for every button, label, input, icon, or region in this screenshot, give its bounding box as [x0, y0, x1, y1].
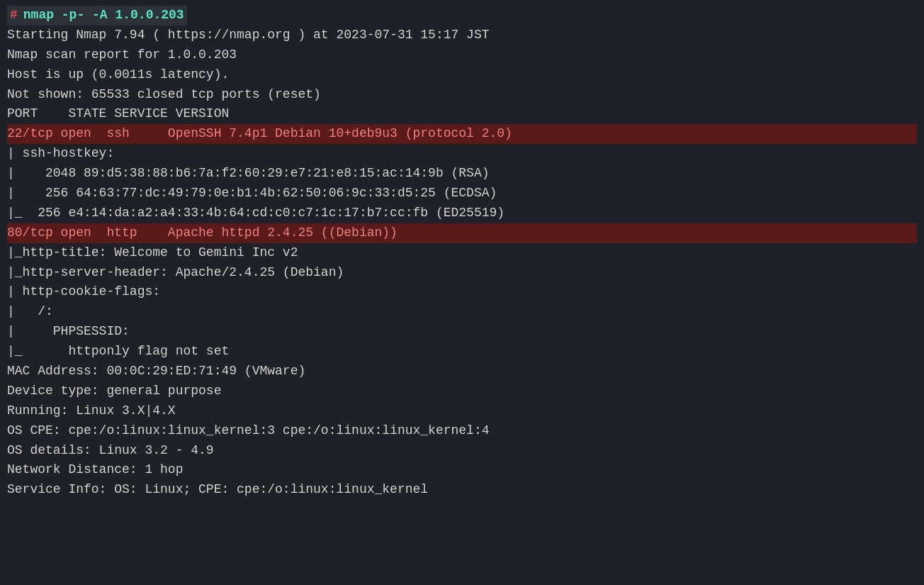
terminal-line-11: |_http-title: Welcome to Gemini Inc v2	[7, 243, 917, 263]
terminal-line-8: | 256 64:63:77:dc:49:79:0e:b1:4b:62:50:0…	[7, 184, 917, 204]
terminal-line-7: | 2048 89:d5:38:88:b6:7a:f2:60:29:e7:21:…	[7, 164, 917, 184]
terminal-line-16: |_ httponly flag not set	[7, 342, 917, 362]
terminal-line-0: Starting Nmap 7.94 ( https://nmap.org ) …	[7, 26, 917, 45]
terminal-line-19: Running: Linux 3.X|4.X	[7, 401, 917, 421]
terminal-line-6: | ssh-hostkey:	[7, 144, 917, 164]
terminal-line-2: Host is up (0.0011s latency).	[7, 65, 917, 85]
terminal-line-9: |_ 256 e4:14:da:a2:a4:33:4b:64:cd:c0:c7:…	[7, 204, 917, 223]
terminal: # nmap -p- -A 1.0.0.203 Starting Nmap 7.…	[7, 6, 917, 579]
terminal-line-20: OS CPE: cpe:/o:linux:linux_kernel:3 cpe:…	[7, 421, 917, 441]
terminal-line-3: Not shown: 65533 closed tcp ports (reset…	[7, 85, 917, 105]
terminal-line-21: OS details: Linux 3.2 - 4.9	[7, 441, 917, 461]
terminal-line-12: |_http-server-header: Apache/2.4.25 (Deb…	[7, 263, 917, 283]
prompt-hash: #	[7, 6, 21, 26]
terminal-line-10: 80/tcp open http Apache httpd 2.4.25 ((D…	[7, 223, 917, 243]
output-lines: Starting Nmap 7.94 ( https://nmap.org ) …	[7, 26, 917, 500]
terminal-line-4: PORT STATE SERVICE VERSION	[7, 104, 917, 124]
prompt-line: # nmap -p- -A 1.0.0.203	[7, 6, 917, 26]
terminal-line-13: | http-cookie-flags:	[7, 282, 917, 302]
terminal-line-23: Service Info: OS: Linux; CPE: cpe:/o:lin…	[7, 480, 917, 500]
terminal-line-22: Network Distance: 1 hop	[7, 460, 917, 480]
prompt-command: nmap -p- -A 1.0.0.203	[21, 6, 187, 26]
terminal-line-15: | PHPSESSID:	[7, 322, 917, 342]
terminal-line-18: Device type: general purpose	[7, 381, 917, 401]
terminal-line-1: Nmap scan report for 1.0.0.203	[7, 45, 917, 65]
terminal-line-17: MAC Address: 00:0C:29:ED:71:49 (VMware)	[7, 362, 917, 381]
terminal-line-14: | /:	[7, 302, 917, 322]
terminal-line-5: 22/tcp open ssh OpenSSH 7.4p1 Debian 10+…	[7, 124, 917, 144]
